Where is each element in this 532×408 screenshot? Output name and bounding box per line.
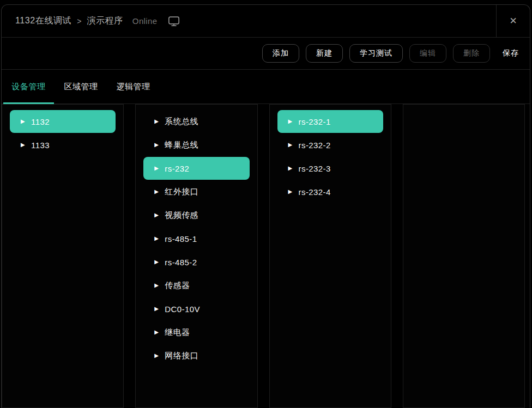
expand-arrow-icon[interactable]: ▶ bbox=[154, 306, 159, 312]
tree-panel-4 bbox=[403, 104, 525, 408]
tree-item-label: 继电器 bbox=[165, 327, 190, 338]
expand-arrow-icon[interactable]: ▶ bbox=[154, 166, 159, 171]
tab-3[interactable]: 逻辑管理 bbox=[108, 70, 159, 103]
tree-item-label: rs-232 bbox=[165, 164, 189, 173]
tab-strip: 设备管理区域管理逻辑管理 bbox=[2, 70, 530, 104]
tree-item-label: 网络接口 bbox=[165, 351, 198, 361]
tree-item[interactable]: ▶rs-232-3 bbox=[277, 157, 383, 180]
expand-arrow-icon[interactable]: ▶ bbox=[154, 353, 159, 358]
toolbar-button-4[interactable]: 编辑 bbox=[409, 44, 446, 63]
toolbar-button-5[interactable]: 删除 bbox=[453, 44, 490, 63]
tree-item-label: rs-232-3 bbox=[299, 164, 331, 173]
toolbar-button-3[interactable]: 学习测试 bbox=[349, 44, 403, 63]
tree-item[interactable]: ▶rs-232 bbox=[143, 157, 249, 180]
expand-arrow-icon[interactable]: ▶ bbox=[21, 119, 25, 124]
tree-item[interactable]: ▶rs-232-2 bbox=[277, 133, 383, 156]
expand-arrow-icon[interactable]: ▶ bbox=[21, 142, 25, 148]
expand-arrow-icon[interactable]: ▶ bbox=[288, 142, 293, 148]
tree-item[interactable]: ▶DC0-10V bbox=[143, 297, 249, 320]
tree-item-label: rs-232-1 bbox=[299, 117, 331, 126]
expand-arrow-icon[interactable]: ▶ bbox=[288, 119, 293, 124]
expand-arrow-icon[interactable]: ▶ bbox=[154, 119, 159, 124]
expand-arrow-icon[interactable]: ▶ bbox=[154, 330, 159, 335]
tree-columns: ▶1132▶1133▶系统总线▶蜂巢总线▶rs-232▶红外接口▶视频传感▶rs… bbox=[2, 104, 530, 408]
expand-arrow-icon[interactable]: ▶ bbox=[154, 236, 159, 241]
tree-item[interactable]: ▶红外接口 bbox=[143, 180, 249, 203]
tree-item[interactable]: ▶1132 bbox=[10, 110, 116, 133]
tree-item[interactable]: ▶视频传感 bbox=[143, 204, 249, 227]
tree-item-label: 系统总线 bbox=[165, 117, 198, 127]
tree-item-label: rs-485-1 bbox=[165, 234, 197, 243]
tree-panel-3: ▶rs-232-1▶rs-232-2▶rs-232-3▶rs-232-4 bbox=[269, 104, 391, 408]
tree-item-label: 蜂巢总线 bbox=[165, 140, 198, 150]
monitor-icon bbox=[168, 16, 180, 27]
expand-arrow-icon[interactable]: ▶ bbox=[154, 283, 159, 288]
close-button[interactable]: ✕ bbox=[496, 5, 530, 37]
tree-item[interactable]: ▶rs-232-4 bbox=[277, 180, 383, 203]
expand-arrow-icon[interactable]: ▶ bbox=[288, 166, 293, 171]
tree-item[interactable]: ▶rs-485-2 bbox=[143, 251, 249, 273]
tree-item-label: DC0-10V bbox=[165, 305, 200, 314]
tree-item-label: 1132 bbox=[31, 117, 50, 126]
tree-item[interactable]: ▶rs-485-1 bbox=[143, 227, 249, 250]
tree-item-label: rs-232-2 bbox=[299, 141, 331, 150]
tree-item-label: 传感器 bbox=[165, 281, 190, 291]
tree-item-label: 视频传感 bbox=[165, 210, 198, 221]
toolbar-button-2[interactable]: 新建 bbox=[306, 44, 343, 63]
expand-arrow-icon[interactable]: ▶ bbox=[154, 259, 159, 265]
tree-item-label: rs-232-4 bbox=[299, 187, 331, 197]
tree-item[interactable]: ▶网络接口 bbox=[143, 344, 249, 367]
expand-arrow-icon[interactable]: ▶ bbox=[154, 212, 159, 218]
breadcrumb-separator: > bbox=[77, 17, 81, 26]
title-bar: 1132在线调试 > 演示程序 Online ✕ bbox=[2, 5, 530, 38]
breadcrumb-app-title: 1132在线调试 bbox=[15, 15, 71, 27]
expand-arrow-icon[interactable]: ▶ bbox=[288, 189, 293, 194]
tree-item-label: rs-485-2 bbox=[165, 258, 197, 267]
tree-item[interactable]: ▶蜂巢总线 bbox=[143, 133, 249, 156]
tab-2[interactable]: 区域管理 bbox=[56, 70, 106, 103]
breadcrumb-page-title: 演示程序 bbox=[87, 15, 123, 27]
tree-panel-1: ▶1132▶1133 bbox=[2, 104, 124, 408]
tab-1[interactable]: 设备管理 bbox=[3, 70, 54, 103]
tree-panel-2: ▶系统总线▶蜂巢总线▶rs-232▶红外接口▶视频传感▶rs-485-1▶rs-… bbox=[135, 104, 257, 408]
close-icon: ✕ bbox=[509, 15, 517, 27]
tree-item-label: 红外接口 bbox=[165, 187, 198, 197]
toolbar-button-1[interactable]: 添加 bbox=[262, 44, 299, 63]
app-window: 1132在线调试 > 演示程序 Online ✕ 添加新建学习测试编辑删除保存 … bbox=[1, 4, 530, 408]
tree-item[interactable]: ▶继电器 bbox=[143, 321, 249, 344]
tree-item-label: 1133 bbox=[31, 141, 50, 150]
tree-item[interactable]: ▶rs-232-1 bbox=[277, 110, 383, 133]
expand-arrow-icon[interactable]: ▶ bbox=[154, 189, 159, 194]
toolbar-buttons: 添加新建学习测试编辑删除保存 bbox=[2, 38, 530, 70]
status-text: Online bbox=[132, 16, 158, 26]
expand-arrow-icon[interactable]: ▶ bbox=[154, 142, 159, 148]
tree-item[interactable]: ▶1133 bbox=[10, 133, 116, 156]
toolbar-button-6[interactable]: 保存 bbox=[492, 44, 530, 63]
tree-item[interactable]: ▶传感器 bbox=[143, 274, 249, 297]
tree-item[interactable]: ▶系统总线 bbox=[143, 110, 249, 133]
